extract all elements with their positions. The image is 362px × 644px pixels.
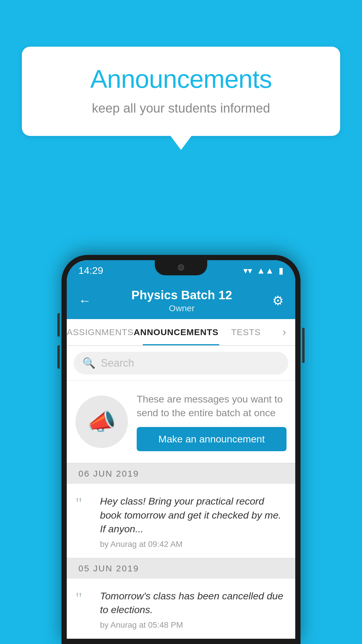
message-text-2: Tomorrow's class has been cancelled due … [100, 589, 287, 617]
batch-role: Owner [131, 303, 232, 313]
speech-bubble-card: Announcements keep all your students inf… [22, 47, 340, 136]
make-announcement-button[interactable]: Make an announcement [137, 427, 287, 451]
tab-tests[interactable]: TESTS [219, 319, 273, 345]
quote-icon-2: " [75, 590, 93, 607]
megaphone-icon: 📣 [87, 408, 116, 435]
bubble-subtitle: keep all your students informed [45, 101, 317, 116]
power-button [302, 328, 305, 363]
search-icon: 🔍 [82, 357, 96, 369]
header-center: Physics Batch 12 Owner [131, 288, 232, 313]
settings-icon[interactable]: ⚙ [272, 293, 284, 308]
quote-icon-1: " [75, 496, 93, 512]
volume-up-button [57, 313, 60, 337]
tabs-bar: ASSIGNMENTS ANNOUNCEMENTS TESTS › [67, 319, 295, 346]
batch-title: Physics Batch 12 [131, 288, 232, 302]
phone-frame: 14:29 ▾▾ ▲▲ ▮ ← Physics Batch 12 Owner ⚙ [61, 255, 301, 644]
cta-description: These are messages you want to send to t… [137, 392, 287, 420]
announcement-cta-section: 📣 These are messages you want to send to… [67, 381, 295, 463]
speech-bubble-section: Announcements keep all your students inf… [22, 47, 340, 150]
message-content-1: Hey class! Bring your practical record b… [100, 494, 287, 549]
message-author-2: by Anurag at 05:48 PM [100, 620, 287, 630]
status-icons: ▾▾ ▲▲ ▮ [243, 265, 284, 276]
volume-down-button [57, 345, 60, 369]
status-bar: 14:29 ▾▾ ▲▲ ▮ [67, 260, 295, 281]
search-bar-wrap: 🔍 Search [67, 346, 295, 381]
tab-assignments[interactable]: ASSIGNMENTS [67, 319, 133, 345]
megaphone-circle: 📣 [75, 396, 128, 448]
search-bar[interactable]: 🔍 Search [74, 352, 288, 374]
message-item-2[interactable]: " Tomorrow's class has been cancelled du… [67, 579, 295, 639]
status-time: 14:29 [78, 265, 103, 276]
phone-wrapper: 14:29 ▾▾ ▲▲ ▮ ← Physics Batch 12 Owner ⚙ [61, 255, 301, 644]
wifi-icon: ▾▾ [243, 265, 252, 276]
message-text-1: Hey class! Bring your practical record b… [100, 494, 287, 536]
camera [178, 264, 184, 271]
cta-right: These are messages you want to send to t… [137, 392, 287, 451]
date-separator-2: 05 JUN 2019 [67, 558, 295, 579]
phone-screen: 14:29 ▾▾ ▲▲ ▮ ← Physics Batch 12 Owner ⚙ [67, 260, 295, 639]
message-content-2: Tomorrow's class has been cancelled due … [100, 589, 287, 630]
speech-bubble-tail [171, 136, 191, 150]
tab-more-button[interactable]: › [273, 319, 295, 345]
tab-announcements[interactable]: ANNOUNCEMENTS [133, 319, 218, 345]
signal-icon: ▲▲ [257, 266, 274, 276]
bubble-title: Announcements [45, 64, 317, 94]
app-header: ← Physics Batch 12 Owner ⚙ [67, 281, 295, 319]
content-area: 🔍 Search 📣 These are messages you want t… [67, 346, 295, 639]
date-separator-1: 06 JUN 2019 [67, 463, 295, 484]
back-button[interactable]: ← [78, 293, 91, 308]
message-item-1[interactable]: " Hey class! Bring your practical record… [67, 484, 295, 558]
notch [155, 260, 207, 275]
search-placeholder: Search [101, 357, 134, 369]
battery-icon: ▮ [279, 265, 284, 276]
message-author-1: by Anurag at 09:42 AM [100, 540, 287, 549]
